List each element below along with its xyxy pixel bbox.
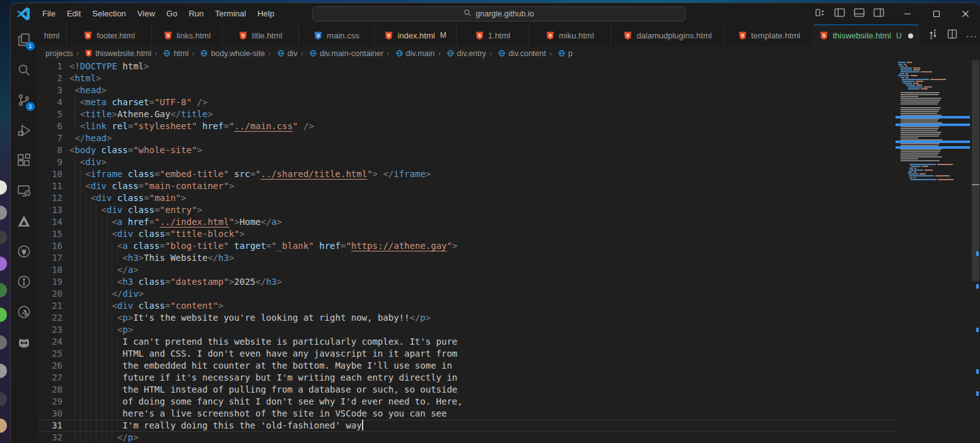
code-line-27[interactable]: 27future if it's necessary but I'm writi…: [37, 372, 895, 384]
tab-miku.html[interactable]: 5miku.html: [529, 25, 611, 46]
code-line-13[interactable]: 13<div class="entry">: [37, 204, 895, 216]
code-line-7[interactable]: 7</head>: [37, 132, 895, 144]
code-line-26[interactable]: 26the embedded hit counter at the bottom…: [37, 360, 895, 372]
command-center[interactable]: gnargle.github.io: [312, 6, 685, 21]
menu-view[interactable]: View: [132, 3, 161, 25]
code-area[interactable]: 1<!DOCTYPE html>2<html>3<head>4<meta cha…: [37, 60, 895, 443]
more-actions-icon[interactable]: ···: [966, 30, 977, 41]
search-icon[interactable]: [11, 55, 37, 85]
menu-run[interactable]: Run: [183, 3, 209, 25]
code-line-31[interactable]: 31I'm really doing this the 'old-fashion…: [37, 420, 895, 432]
gitlens-icon[interactable]: [11, 297, 37, 327]
breadcrumb-label: projects: [45, 49, 73, 58]
indent-guide: [96, 396, 96, 408]
menu-go[interactable]: Go: [161, 3, 183, 25]
breadcrumb-item-thiswebsite.html[interactable]: ›5thiswebsite.html: [73, 49, 151, 58]
maximize-button[interactable]: [922, 3, 951, 25]
tab-dalamudplugins.html[interactable]: 5dalamudplugins.html: [611, 25, 725, 46]
code-line-5[interactable]: 5<title>Athene.Gay</title>: [37, 108, 895, 120]
code-line-21[interactable]: 21<div class="content">: [37, 300, 895, 312]
toggle-panel-icon[interactable]: [854, 8, 865, 20]
indent-guide: [80, 216, 81, 228]
code-line-12[interactable]: 12<div class="main">: [37, 192, 895, 204]
tab-title.html[interactable]: 5title.html: [223, 25, 299, 46]
breadcrumb-item-html[interactable]: ›html: [151, 49, 189, 58]
code-line-25[interactable]: 25HTML and CSS. I don't even have any ja…: [37, 348, 895, 360]
code-line-30[interactable]: 30here's a live screenshot of the site i…: [37, 408, 895, 420]
source-control-icon[interactable]: 2: [11, 85, 37, 115]
code-line-28[interactable]: 28the HTML instead of pulling from a dat…: [37, 384, 895, 396]
tab-1.html[interactable]: 51.html: [457, 25, 529, 46]
code-line-23[interactable]: 23<p>: [37, 324, 895, 336]
code-line-16[interactable]: 16<a class="blog-title" target="_blank" …: [37, 240, 895, 252]
explorer-icon[interactable]: 1: [11, 25, 37, 55]
line-number: 25: [37, 348, 62, 360]
remote-explorer-icon[interactable]: [11, 176, 37, 206]
html-file-icon: 5: [819, 31, 829, 40]
menu-edit[interactable]: Edit: [61, 3, 86, 25]
svg-text:5: 5: [549, 33, 552, 38]
indent-guide: [91, 348, 91, 360]
close-button[interactable]: [951, 3, 980, 25]
menu-file[interactable]: File: [37, 3, 61, 25]
indent-guide: [80, 372, 81, 384]
scrollbar-slider[interactable]: [972, 60, 979, 281]
minimize-button[interactable]: [893, 3, 922, 25]
tab-thiswebsite.html[interactable]: 5thiswebsite.htmlU: [814, 25, 919, 46]
code-line-15[interactable]: 15<div class="title-block">: [37, 228, 895, 240]
breadcrumb-item-div.content[interactable]: ›div.content: [486, 49, 546, 58]
extensions-icon[interactable]: [11, 146, 37, 176]
code-line-24[interactable]: 24I can't pretend this website is partic…: [37, 336, 895, 348]
editor[interactable]: 1<!DOCTYPE html>2<html>3<head>4<meta cha…: [37, 60, 980, 443]
a-logo-icon[interactable]: [11, 206, 37, 236]
run-debug-icon[interactable]: [11, 115, 37, 146]
breadcrumb-item-div.main[interactable]: ›div.main: [383, 49, 435, 58]
open-changes-icon[interactable]: [928, 29, 938, 42]
code-line-10[interactable]: 10<iframe class="embed-title" src="../sh…: [37, 168, 895, 180]
tab-label: links.html: [177, 31, 211, 40]
code-line-22[interactable]: 22<p>It's the website you're looking at …: [37, 312, 895, 324]
code-line-17[interactable]: 17<h3>This Website</h3>: [37, 252, 895, 264]
scrollbar[interactable]: [971, 60, 980, 443]
menu-help[interactable]: Help: [252, 3, 280, 25]
code-line-18[interactable]: 18</a>: [37, 264, 895, 276]
indent-guide: [80, 432, 81, 443]
breadcrumb-item-body.whole-site[interactable]: ›body.whole-site: [189, 49, 265, 58]
code-line-3[interactable]: 3<head>: [37, 84, 895, 96]
code-line-32[interactable]: 32</p>: [37, 432, 895, 443]
toggle-secondary-sidebar-icon[interactable]: [873, 8, 884, 20]
tab-main.css[interactable]: 3main.css: [299, 25, 375, 46]
tab-template.html[interactable]: 5template.html: [725, 25, 814, 46]
tab-index.html[interactable]: 5index.htmlM: [375, 25, 457, 46]
code-line-11[interactable]: 11<div class="main-container">: [37, 180, 895, 192]
code-line-2[interactable]: 2<html>: [37, 72, 895, 84]
godot-icon[interactable]: [11, 327, 37, 357]
code-line-19[interactable]: 19<h3 class="datestamp">2025</h3>: [37, 276, 895, 288]
code-line-29[interactable]: 29of doing some fancy shit I don't see w…: [37, 396, 895, 408]
toggle-sidebar-icon[interactable]: [834, 8, 845, 20]
indent-guide: [96, 324, 96, 336]
breadcrumb-item-div[interactable]: ›div: [265, 49, 297, 58]
menu-terminal[interactable]: Terminal: [209, 3, 252, 25]
breadcrumb-item-div.main-container[interactable]: ›div.main-container: [298, 49, 384, 58]
split-editor-icon[interactable]: [947, 29, 957, 42]
code-line-8[interactable]: 8<body class="whole-site">: [37, 144, 895, 156]
customize-layout-icon[interactable]: [815, 8, 825, 20]
breadcrumb-item-projects[interactable]: projects: [45, 49, 73, 58]
indent-guide: [112, 240, 112, 252]
tab-links.html[interactable]: 5links.html: [152, 25, 223, 46]
code-line-4[interactable]: 4<meta charset="UTF-8" />: [37, 96, 895, 108]
code-line-1[interactable]: 1<!DOCTYPE html>: [37, 60, 895, 72]
github-icon[interactable]: [11, 236, 37, 267]
breadcrumb-item-p[interactable]: ›p: [546, 49, 573, 58]
tab-footer.html[interactable]: 5footer.html: [67, 25, 152, 46]
git-graph-icon[interactable]: [11, 267, 37, 297]
code-line-6[interactable]: 6<link rel="stylesheet" href="../main.cs…: [37, 120, 895, 132]
breadcrumb-item-div.entry[interactable]: ›div.entry: [435, 49, 486, 58]
code-line-20[interactable]: 20</div>: [37, 288, 895, 300]
minimap[interactable]: [895, 60, 971, 443]
menu-selection[interactable]: Selection: [86, 3, 131, 25]
code-line-14[interactable]: 14<a href="../index.html">Home</a>: [37, 216, 895, 228]
tab-html[interactable]: html: [37, 25, 67, 46]
code-line-9[interactable]: 9<div>: [37, 156, 895, 168]
